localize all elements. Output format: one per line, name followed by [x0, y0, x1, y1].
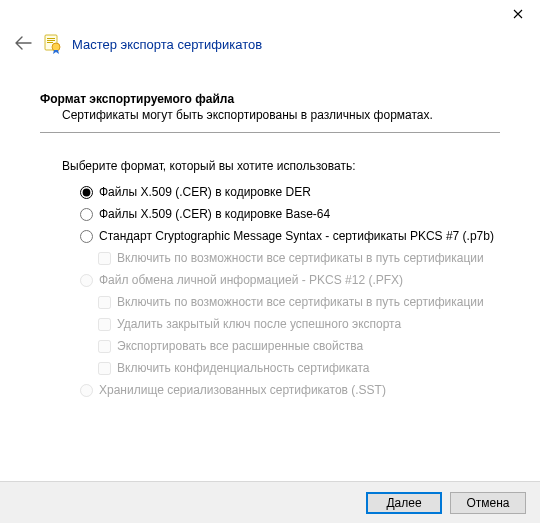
- checkbox-pfx-include: [98, 296, 111, 309]
- option-pkcs7[interactable]: Стандарт Cryptographic Message Syntax - …: [80, 229, 500, 243]
- option-sst-label: Хранилище сериализованных сертификатов (…: [99, 383, 386, 397]
- option-pfx-privacy: Включить конфиденциальность сертификата: [98, 361, 500, 375]
- option-pfx-extended: Экспортировать все расширенные свойства: [98, 339, 500, 353]
- option-pkcs7-label: Стандарт Cryptographic Message Syntax - …: [99, 229, 494, 243]
- option-pfx-extended-label: Экспортировать все расширенные свойства: [117, 339, 363, 353]
- option-pfx-include-label: Включить по возможности все сертификаты …: [117, 295, 484, 309]
- radio-pkcs7[interactable]: [80, 230, 93, 243]
- radio-sst: [80, 384, 93, 397]
- checkbox-pfx-privacy: [98, 362, 111, 375]
- wizard-title: Мастер экспорта сертификатов: [72, 37, 262, 52]
- checkbox-pkcs7-include: [98, 252, 111, 265]
- option-pfx-include: Включить по возможности все сертификаты …: [98, 295, 500, 309]
- close-button[interactable]: [495, 0, 540, 28]
- option-base64[interactable]: Файлы X.509 (.CER) в кодировке Base-64: [80, 207, 500, 221]
- option-pfx-label: Файл обмена личной информацией - PKCS #1…: [99, 273, 403, 287]
- wizard-header: Мастер экспорта сертификатов: [0, 30, 540, 58]
- svg-rect-1: [47, 38, 55, 39]
- radio-der[interactable]: [80, 186, 93, 199]
- option-der[interactable]: Файлы X.509 (.CER) в кодировке DER: [80, 185, 500, 199]
- checkbox-pfx-delete: [98, 318, 111, 331]
- option-der-label: Файлы X.509 (.CER) в кодировке DER: [99, 185, 311, 199]
- option-sst: Хранилище сериализованных сертификатов (…: [80, 383, 500, 397]
- wizard-footer: Далее Отмена: [0, 481, 540, 523]
- checkbox-pfx-extended: [98, 340, 111, 353]
- section-description: Сертификаты могут быть экспортированы в …: [40, 108, 500, 122]
- option-pkcs7-include-label: Включить по возможности все сертификаты …: [117, 251, 484, 265]
- option-pfx-privacy-label: Включить конфиденциальность сертификата: [117, 361, 369, 375]
- radio-base64[interactable]: [80, 208, 93, 221]
- close-icon: [513, 9, 523, 19]
- option-pfx-delete: Удалить закрытый ключ после успешного эк…: [98, 317, 500, 331]
- svg-point-4: [52, 43, 60, 51]
- format-options: Файлы X.509 (.CER) в кодировке DER Файлы…: [40, 185, 500, 397]
- svg-rect-2: [47, 40, 55, 41]
- divider: [40, 132, 500, 133]
- svg-rect-3: [47, 42, 53, 43]
- option-pkcs7-include: Включить по возможности все сертификаты …: [98, 251, 500, 265]
- option-pfx: Файл обмена личной информацией - PKCS #1…: [80, 273, 500, 287]
- next-button[interactable]: Далее: [366, 492, 442, 514]
- back-arrow-icon[interactable]: [14, 35, 32, 53]
- radio-pfx: [80, 274, 93, 287]
- format-prompt: Выберите формат, который вы хотите испол…: [40, 159, 500, 173]
- option-base64-label: Файлы X.509 (.CER) в кодировке Base-64: [99, 207, 330, 221]
- cancel-button[interactable]: Отмена: [450, 492, 526, 514]
- certificate-icon: [44, 34, 60, 54]
- section-heading: Формат экспортируемого файла: [40, 92, 500, 106]
- option-pfx-delete-label: Удалить закрытый ключ после успешного эк…: [117, 317, 401, 331]
